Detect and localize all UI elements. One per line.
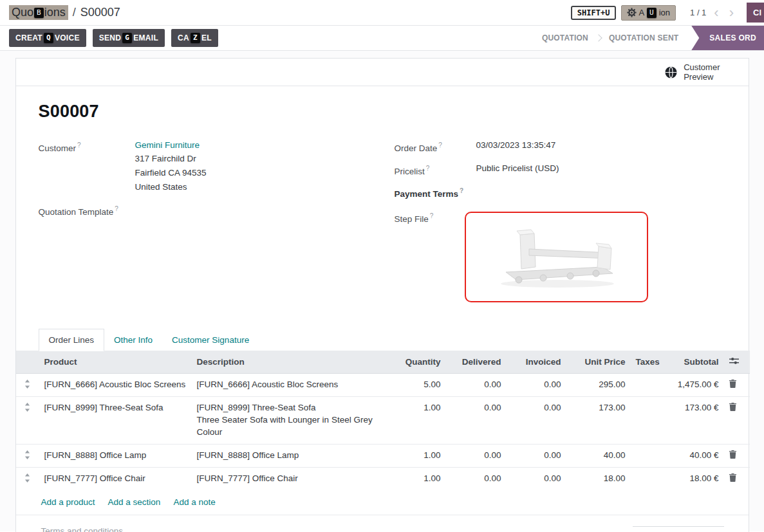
shortcut-badge-u: U <box>647 8 657 18</box>
help-icon: ? <box>115 205 118 212</box>
help-icon: ? <box>77 142 81 149</box>
step-file-image[interactable] <box>465 212 648 302</box>
line-taxes[interactable] <box>631 396 663 444</box>
line-quantity[interactable]: 1.00 <box>388 396 446 444</box>
line-unit-price[interactable]: 40.00 <box>566 444 631 467</box>
breadcrumb-quotations-link[interactable]: QuoBions <box>9 5 68 20</box>
quotation-template-field-label: Quotation Template? <box>39 202 135 219</box>
status-bar: QUOTATION QUOTATION SENT SALES ORD <box>533 26 764 50</box>
drag-handle-icon[interactable] <box>24 452 30 461</box>
cancel-button[interactable]: CAZEL <box>171 29 218 47</box>
status-step-quotation-sent[interactable]: QUOTATION SENT <box>600 26 687 50</box>
customer-preview-button[interactable]: CustomerPreview <box>660 62 723 82</box>
line-subtotal: 18.00 € <box>663 467 724 490</box>
trash-icon[interactable] <box>729 450 736 461</box>
header-action-buttons: CREATQVOICE SENDGEMAIL CAZEL <box>9 29 218 47</box>
payment-terms-field[interactable]: Payment Terms? <box>395 184 726 201</box>
status-step-quotation[interactable]: QUOTATION <box>533 26 597 50</box>
line-description[interactable]: [FURN_6666] Acoustic Bloc Screens <box>192 373 388 396</box>
line-product[interactable]: [FURN_8888] Office Lamp <box>39 444 192 467</box>
pager-previous-button[interactable]: ‹ <box>711 6 721 19</box>
terms-and-conditions-placeholder[interactable]: Terms and conditions... <box>41 526 131 532</box>
shortcut-badge-b: B <box>34 8 44 18</box>
line-quantity[interactable]: 5.00 <box>388 373 446 396</box>
column-header-description: Description <box>192 351 388 374</box>
order-line-row[interactable]: [FURN_7777] Office Chair [FURN_7777] Off… <box>16 467 750 490</box>
pricelist-field-value[interactable]: Public Pricelist (USD) <box>476 161 559 175</box>
line-taxes[interactable] <box>631 467 663 490</box>
line-quantity[interactable]: 1.00 <box>388 467 446 490</box>
chevron-right-icon: › <box>729 5 734 21</box>
breadcrumb: QuoBions / S00007 <box>9 5 120 20</box>
send-email-label-post: EMAIL <box>133 33 158 42</box>
line-product[interactable]: [FURN_6666] Acoustic Bloc Screens <box>39 373 192 396</box>
optional-columns-icon[interactable] <box>729 357 739 367</box>
column-header-taxes: Taxes <box>631 351 663 374</box>
line-invoiced[interactable]: 0.00 <box>507 396 566 444</box>
shortcut-badge-g: G <box>122 33 132 43</box>
line-delivered[interactable]: 0.00 <box>446 373 507 396</box>
line-unit-price[interactable]: 295.00 <box>566 373 631 396</box>
line-quantity[interactable]: 1.00 <box>388 444 446 467</box>
add-a-note-link[interactable]: Add a note <box>173 497 215 507</box>
line-subtotal: 40.00 € <box>663 444 724 467</box>
drag-handle-icon[interactable] <box>24 475 30 484</box>
line-subtotal: 1,475.00 € <box>663 373 724 396</box>
create-invoice-label-post: VOICE <box>55 33 80 42</box>
customer-field-value: Gemini Furniture 317 Fairchild Dr Fairfi… <box>135 138 207 194</box>
line-description[interactable]: [FURN_7777] Office Chair <box>192 467 388 490</box>
pager-next-button[interactable]: › <box>727 6 736 19</box>
order-lines-table: Product Description Quantity Delivered I… <box>16 351 750 490</box>
line-invoiced[interactable]: 0.00 <box>507 467 566 490</box>
line-delivered[interactable]: 0.00 <box>446 396 507 444</box>
sheet-footer: Terms and conditions... Total: 1,706.00 … <box>16 515 749 532</box>
order-line-row[interactable]: [FURN_8888] Office Lamp [FURN_8888] Offi… <box>16 444 750 467</box>
trash-icon[interactable] <box>729 380 736 390</box>
trash-icon[interactable] <box>729 403 736 413</box>
line-taxes[interactable] <box>631 373 663 396</box>
tab-order-lines[interactable]: Order Lines <box>39 329 105 351</box>
close-button[interactable]: Cl <box>747 3 764 23</box>
line-invoiced[interactable]: 0.00 <box>507 444 566 467</box>
line-taxes[interactable] <box>631 444 663 467</box>
help-icon: ? <box>438 142 442 149</box>
chevron-left-icon: ‹ <box>714 5 718 21</box>
line-product[interactable]: [FURN_8999] Three-Seat Sofa <box>39 396 192 444</box>
line-unit-price[interactable]: 18.00 <box>566 467 631 490</box>
payment-terms-field-label: Payment Terms? <box>395 184 476 201</box>
order-line-row[interactable]: [FURN_8999] Three-Seat Sofa [FURN_8999] … <box>16 396 750 444</box>
quotation-template-field[interactable]: Quotation Template? <box>39 202 395 219</box>
order-line-row[interactable]: [FURN_6666] Acoustic Bloc Screens [FURN_… <box>16 373 750 396</box>
create-invoice-button[interactable]: CREATQVOICE <box>9 29 86 47</box>
step-file-field: Step File? <box>395 209 726 302</box>
order-date-field-value[interactable]: 03/03/2023 13:35:47 <box>476 138 556 152</box>
tab-customer-signature[interactable]: Customer Signature <box>162 329 259 351</box>
customer-preview-label: CustomerPreview <box>684 62 720 82</box>
status-step-sales-order-active[interactable]: SALES ORD <box>691 26 764 50</box>
action-menu-button[interactable]: AUion <box>621 5 676 21</box>
record-pager-counter: 1 / 1 <box>690 8 706 17</box>
send-email-button[interactable]: SENDGEMAIL <box>93 29 165 47</box>
line-product[interactable]: [FURN_7777] Office Chair <box>39 467 192 490</box>
column-header-quantity: Quantity <box>388 351 446 374</box>
step-file-3d-preview <box>479 222 633 291</box>
tab-other-info[interactable]: Other Info <box>104 329 162 351</box>
drag-handle-icon[interactable] <box>24 381 30 390</box>
customer-address-line2: Fairfield CA 94535 <box>135 166 207 180</box>
line-unit-price[interactable]: 173.00 <box>566 396 631 444</box>
optional-columns-header <box>724 351 750 374</box>
line-description[interactable]: [FURN_8999] Three-Seat SofaThree Seater … <box>192 396 388 444</box>
trash-icon[interactable] <box>729 473 736 484</box>
add-a-section-link[interactable]: Add a section <box>108 497 161 507</box>
field-column-right: Order Date? 03/03/2023 13:35:47 Pricelis… <box>395 138 726 308</box>
line-invoiced[interactable]: 0.00 <box>507 373 566 396</box>
line-delivered[interactable]: 0.00 <box>446 444 507 467</box>
customer-link[interactable]: Gemini Furniture <box>135 140 200 150</box>
line-delivered[interactable]: 0.00 <box>446 467 507 490</box>
line-description[interactable]: [FURN_8888] Office Lamp <box>192 444 388 467</box>
main-content: CustomerPreview S00007 Customer? Gemini … <box>0 51 764 531</box>
drag-handle-icon[interactable] <box>24 404 30 414</box>
add-a-product-link[interactable]: Add a product <box>41 497 95 507</box>
column-header-delivered: Delivered <box>446 351 507 374</box>
column-header-product: Product <box>39 351 192 374</box>
